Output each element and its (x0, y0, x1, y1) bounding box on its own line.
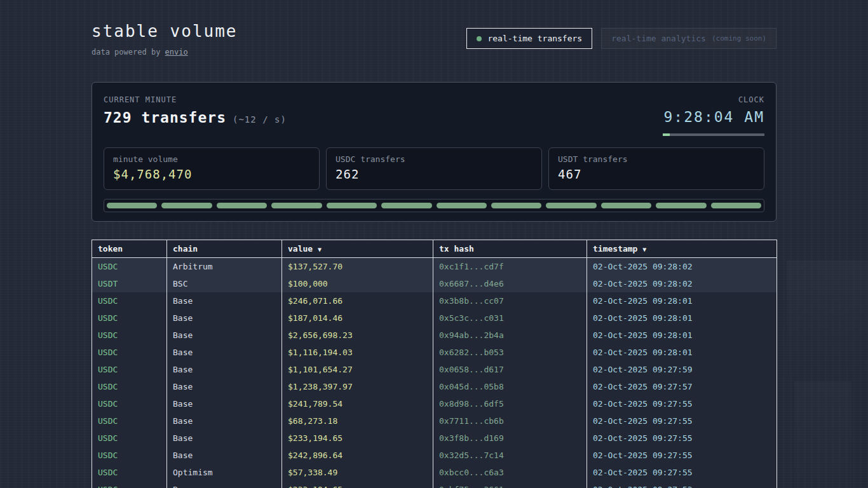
token-cell: USDC (92, 344, 167, 361)
chain-cell: Base (167, 412, 282, 430)
column-header-chain[interactable]: chain (167, 240, 282, 258)
chain-cell: Base (167, 292, 282, 309)
stat-box-label: minute volume (113, 154, 310, 164)
value-cell: $57,338.49 (282, 464, 433, 481)
current-minute-panel: CURRENT MINUTE 729 transfers (~12 / s) C… (92, 82, 776, 222)
table-row: USDCBase$242,896.640x32d5...7c1402-Oct-2… (92, 447, 777, 464)
timestamp-cell: 02-Oct-2025 09:28:01 (587, 344, 777, 361)
chain-cell: Base (167, 447, 282, 464)
activity-segment (327, 203, 377, 208)
chain-cell: Arbitrum (167, 258, 282, 276)
timestamp-cell: 02-Oct-2025 09:27:59 (587, 361, 777, 378)
stat-box-usdc-transfers: USDC transfers 262 (326, 147, 542, 190)
tx-hash-link[interactable]: 0xc1f1...cd7f (433, 258, 587, 276)
activity-segment (437, 203, 487, 208)
stat-box-label: USDT transfers (558, 154, 755, 164)
column-header-token[interactable]: token (92, 240, 167, 258)
timestamp-cell: 02-Oct-2025 09:27:55 (587, 447, 777, 464)
sort-descending-icon: ▼ (318, 246, 322, 253)
token-cell: USDC (92, 361, 167, 378)
table-row: USDCBase$241,789.540x8d98...6df502-Oct-2… (92, 395, 777, 412)
activity-segment (271, 203, 322, 208)
value-cell: $233,194.65 (282, 481, 433, 488)
page-container: stable volume data powered by envio real… (92, 0, 776, 488)
activity-segment (381, 203, 431, 208)
value-cell: $246,071.66 (282, 292, 433, 309)
clock-progress-bar (663, 133, 764, 136)
timestamp-cell: 02-Oct-2025 09:27:53 (587, 481, 777, 488)
page-title: stable volume (92, 22, 238, 41)
table-row: USDCBase$68,273.180x7711...cb6b02-Oct-20… (92, 412, 777, 430)
activity-segment (656, 203, 706, 208)
timestamp-cell: 02-Oct-2025 09:28:01 (587, 327, 777, 344)
view-tabs: real-time transfers real-time analytics … (466, 28, 776, 49)
chain-cell: Base (167, 395, 282, 412)
tx-hash-link[interactable]: 0x3f8b...d169 (433, 430, 587, 447)
timestamp-cell: 02-Oct-2025 09:27:57 (587, 378, 777, 395)
tx-hash-link[interactable]: 0x32d5...7c14 (433, 447, 587, 464)
tx-hash-link[interactable]: 0x6687...d4e6 (433, 275, 587, 292)
token-cell: USDC (92, 447, 167, 464)
table-row: USDCBase$233,194.650x3f8b...d16902-Oct-2… (92, 430, 777, 447)
chain-cell: Base (167, 344, 282, 361)
timestamp-cell: 02-Oct-2025 09:27:55 (587, 412, 777, 430)
column-header-tx-hash[interactable]: tx hash (433, 240, 587, 258)
value-cell: $233,194.65 (282, 430, 433, 447)
stat-box-value: $4,768,470 (113, 167, 310, 181)
stat-box-value: 262 (336, 167, 532, 181)
stat-box-minute-volume: minute volume $4,768,470 (104, 147, 320, 190)
timestamp-cell: 02-Oct-2025 09:27:55 (587, 430, 777, 447)
activity-segment (601, 203, 651, 208)
tx-hash-link[interactable]: 0x3b8b...cc07 (433, 292, 587, 309)
table-header: token chain value ▼ tx hash timestamp ▼ (92, 240, 777, 258)
value-cell: $137,527.70 (282, 258, 433, 276)
chain-cell: Base (167, 327, 282, 344)
clock-block: CLOCK 9:28:04 AM (663, 95, 764, 136)
column-header-timestamp[interactable]: timestamp ▼ (587, 240, 777, 258)
column-header-value[interactable]: value ▼ (282, 240, 433, 258)
tab-label-suffix: (coming soon) (712, 34, 766, 43)
stat-box-value: 467 (558, 167, 755, 181)
segment-bar (104, 199, 764, 212)
activity-segment (546, 203, 596, 208)
chain-cell: Base (167, 361, 282, 378)
value-cell: $1,116,194.03 (282, 344, 433, 361)
activity-segment (491, 203, 541, 208)
activity-segment (107, 203, 157, 208)
tab-real-time-transfers[interactable]: real-time transfers (466, 28, 592, 49)
tx-hash-link[interactable]: 0xbf75...3661 (433, 481, 587, 488)
table-row: USDCOptimism$57,338.490xbcc0...c6a302-Oc… (92, 464, 777, 481)
top-bar: stable volume data powered by envio real… (92, 22, 776, 57)
tx-hash-link[interactable]: 0x045d...05b8 (433, 378, 587, 395)
activity-segment (217, 203, 267, 208)
tx-hash-link[interactable]: 0xbcc0...c6a3 (433, 464, 587, 481)
stat-box-usdt-transfers: USDT transfers 467 (548, 147, 764, 190)
table-row: USDCBase$1,116,194.030x6282...b05302-Oct… (92, 344, 777, 361)
table-row: USDCBase$187,014.460x5c3c...c03102-Oct-2… (92, 309, 777, 327)
tx-hash-link[interactable]: 0x5c3c...c031 (433, 309, 587, 327)
value-cell: $68,273.18 (282, 412, 433, 430)
clock-progress-fill (663, 133, 670, 136)
tx-hash-link[interactable]: 0x94ab...2b4a (433, 327, 587, 344)
subtitle: data powered by envio (92, 48, 238, 57)
timestamp-cell: 02-Oct-2025 09:27:55 (587, 395, 777, 412)
token-cell: USDT (92, 275, 167, 292)
table-row: USDCBase$1,238,397.970x045d...05b802-Oct… (92, 378, 777, 395)
table-row: USDCBase$1,101,654.270x0658...d61702-Oct… (92, 361, 777, 378)
tx-hash-link[interactable]: 0x8d98...6df5 (433, 395, 587, 412)
token-cell: USDC (92, 481, 167, 488)
subtitle-text: data powered by (92, 48, 165, 57)
timestamp-cell: 02-Oct-2025 09:28:02 (587, 258, 777, 276)
tx-hash-link[interactable]: 0x6282...b053 (433, 344, 587, 361)
tab-real-time-analytics[interactable]: real-time analytics (coming soon) (601, 28, 776, 49)
tx-hash-link[interactable]: 0x7711...cb6b (433, 412, 587, 430)
chain-cell: Base (167, 430, 282, 447)
envio-link[interactable]: envio (165, 48, 188, 57)
chain-cell: BSC (167, 275, 282, 292)
value-cell: $1,238,397.97 (282, 378, 433, 395)
sort-descending-icon: ▼ (642, 246, 646, 253)
timestamp-cell: 02-Oct-2025 09:28:02 (587, 275, 777, 292)
table-header-row: token chain value ▼ tx hash timestamp ▼ (92, 240, 777, 258)
value-cell: $1,101,654.27 (282, 361, 433, 378)
tx-hash-link[interactable]: 0x0658...d617 (433, 361, 587, 378)
